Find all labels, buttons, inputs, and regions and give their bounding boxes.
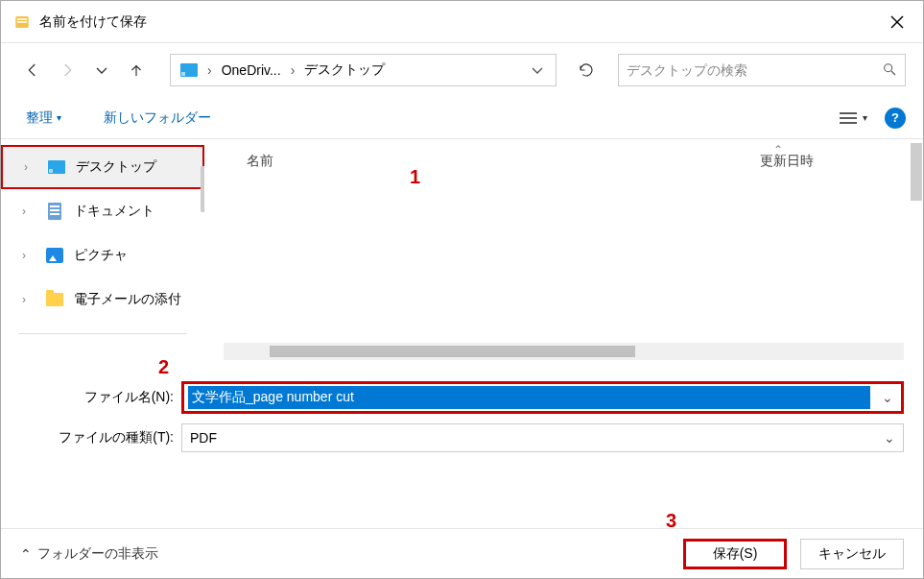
annotation-2: 2 <box>158 356 169 378</box>
chevron-right-icon[interactable]: › <box>22 293 36 306</box>
tree-item-label: ドキュメント <box>74 203 154 220</box>
filetype-combobox[interactable]: PDF ⌄ <box>181 423 904 452</box>
column-date[interactable]: 更新日時 <box>760 153 923 170</box>
forward-button[interactable] <box>53 56 82 84</box>
address-dropdown[interactable] <box>523 63 552 77</box>
path-segment-0[interactable]: OneDriv... <box>216 55 287 85</box>
list-header: 名前 更新日時 <box>204 139 923 183</box>
filetype-label: ファイルの種類(T): <box>20 429 181 446</box>
tree-item-documents[interactable]: › ドキュメント <box>1 189 204 233</box>
back-button[interactable] <box>18 56 47 84</box>
new-folder-label: 新しいフォルダー <box>104 109 211 127</box>
chevron-down-icon: ▾ <box>57 112 61 123</box>
window-title: 名前を付けて保存 <box>39 13 875 31</box>
title-bar: 名前を付けて保存 <box>1 1 923 43</box>
svg-rect-2 <box>17 21 28 23</box>
chevron-right-icon[interactable]: › <box>24 160 37 174</box>
navigation-row: › OneDriv... › デスクトップ <box>1 43 923 97</box>
list-hscrollbar[interactable] <box>224 343 904 360</box>
help-button[interactable]: ? <box>885 108 906 129</box>
toolbar: 整理 ▾ 新しいフォルダー ▾ ? <box>1 97 923 139</box>
organize-label: 整理 <box>26 109 53 127</box>
filename-combobox[interactable]: ⌄ <box>181 381 904 414</box>
organize-button[interactable]: 整理 ▾ <box>18 106 69 131</box>
save-label: 保存(S) <box>713 545 758 563</box>
main-area: › デスクトップ › ドキュメント › ピクチャ › 電子メールの添付 1 名前… <box>1 139 923 360</box>
refresh-button[interactable] <box>572 56 601 84</box>
folder-tree: › デスクトップ › ドキュメント › ピクチャ › 電子メールの添付 <box>1 139 204 360</box>
close-button[interactable] <box>875 1 919 43</box>
chevron-down-icon: ▾ <box>863 112 867 123</box>
filename-input[interactable] <box>188 386 870 409</box>
chevron-right-icon[interactable]: › <box>22 249 36 262</box>
cancel-button[interactable]: キャンセル <box>800 539 904 569</box>
sort-indicator-icon: ⌃ <box>773 143 783 157</box>
tree-item-email[interactable]: › 電子メールの添付 <box>1 277 204 322</box>
search-box[interactable] <box>618 54 906 86</box>
filename-label: ファイル名(N): <box>20 389 181 406</box>
file-list: 1 名前 更新日時 ⌃ <box>204 139 923 360</box>
save-button[interactable]: 保存(S) <box>683 539 787 569</box>
tree-item-label: 電子メールの添付 <box>74 291 181 308</box>
svg-line-6 <box>891 71 895 75</box>
path-segment-1[interactable]: デスクトップ <box>298 55 391 85</box>
path-root-icon[interactable] <box>175 55 203 85</box>
filetype-value: PDF <box>190 430 217 446</box>
bottom-bar: ⌃ フォルダーの非表示 3 保存(S) キャンセル <box>1 528 923 578</box>
view-button[interactable]: ▾ <box>840 111 867 125</box>
address-bar[interactable]: › OneDriv... › デスクトップ <box>170 54 557 86</box>
svg-rect-1 <box>17 18 28 20</box>
chevron-right-icon[interactable]: › <box>289 62 297 78</box>
list-body[interactable] <box>204 183 923 360</box>
document-icon <box>45 202 64 221</box>
picture-icon <box>45 246 64 265</box>
search-icon[interactable] <box>882 61 897 80</box>
fields-area: 2 ファイル名(N): ⌄ ファイルの種類(T): PDF ⌄ <box>1 360 923 471</box>
column-name[interactable]: 名前 <box>247 153 760 170</box>
search-input[interactable] <box>627 62 882 78</box>
up-button[interactable] <box>122 56 151 84</box>
recent-locations-button[interactable] <box>87 56 116 84</box>
app-icon <box>12 12 32 32</box>
chevron-down-icon[interactable]: ⌄ <box>874 390 901 405</box>
tree-item-label: ピクチャ <box>74 247 128 264</box>
tree-item-desktop[interactable]: › デスクトップ <box>1 145 204 189</box>
desktop-icon <box>47 157 66 177</box>
chevron-right-icon[interactable]: › <box>205 62 214 78</box>
folder-icon <box>45 290 64 309</box>
tree-item-pictures[interactable]: › ピクチャ <box>1 233 204 277</box>
annotation-3: 3 <box>666 510 676 532</box>
cancel-label: キャンセル <box>818 545 886 563</box>
hide-folders-label: フォルダーの非表示 <box>37 545 158 563</box>
hide-folders-toggle[interactable]: ⌃ フォルダーの非表示 <box>20 545 158 563</box>
svg-point-5 <box>885 63 892 71</box>
new-folder-button[interactable]: 新しいフォルダー <box>96 106 219 131</box>
chevron-right-icon[interactable]: › <box>22 205 36 218</box>
chevron-up-icon: ⌃ <box>20 546 32 562</box>
chevron-down-icon[interactable]: ⌄ <box>884 430 895 446</box>
tree-item-label: デスクトップ <box>76 158 156 176</box>
divider <box>18 333 187 334</box>
